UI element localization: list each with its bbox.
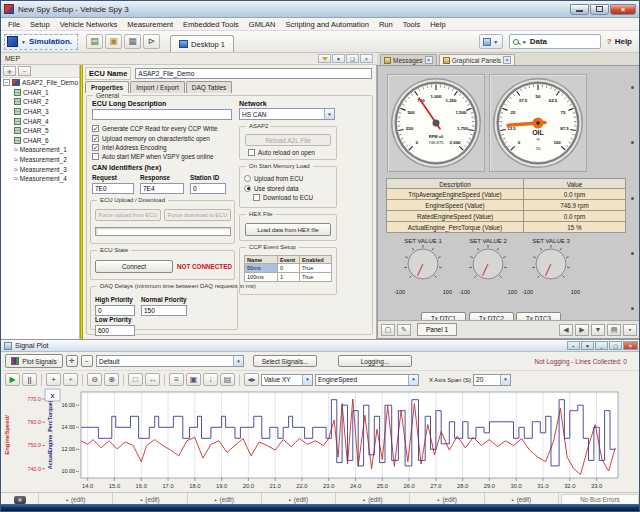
select-region-button[interactable]: □ (128, 373, 143, 386)
tree-item-char-4[interactable]: CHAR_4 (1, 116, 79, 126)
menu-item-tools[interactable]: Tools (398, 20, 426, 29)
ccp-row-100ms[interactable]: 100ms1True (244, 273, 332, 282)
tree-item-measurement-1[interactable]: ≈Measurement_1 (1, 145, 79, 155)
station-id-input[interactable]: 0 (190, 183, 226, 194)
panels-grid-button[interactable]: ▦ (124, 34, 141, 49)
menu-item-run[interactable]: Run (374, 20, 398, 29)
tree-item-char-3[interactable]: CHAR_3 (1, 107, 79, 117)
ecu-name-input[interactable]: ASAP2_File_Demo (135, 68, 372, 79)
add-preset-button[interactable]: ✛ (66, 355, 78, 367)
tab-messages[interactable]: Messages× (380, 54, 437, 65)
logging-button[interactable]: Logging... (338, 355, 412, 367)
tab-graphical-panels[interactable]: Graphical Panels× (439, 54, 516, 65)
simulation-mode-button[interactable]: ▼ Simulation. (4, 34, 78, 50)
sp-maximize-button[interactable]: ▢ (609, 341, 622, 350)
menu-item-embedded-tools[interactable]: Embedded Tools (178, 20, 244, 29)
high-priority-input[interactable]: 0 (95, 305, 135, 316)
zoom-out-button[interactable]: ⊖ (87, 373, 102, 386)
reload-a2l-button[interactable]: Reload A2L File (245, 134, 331, 146)
copy-button[interactable]: ▣ (186, 373, 201, 386)
tree-item-char-1[interactable]: CHAR_1 (1, 88, 79, 98)
print-button[interactable]: ▤ (220, 373, 235, 386)
help-button[interactable]: ? Help (607, 37, 632, 46)
function-blocks-button[interactable]: ▣ (105, 34, 122, 49)
request-input[interactable]: 7E0 (92, 183, 134, 194)
panel-edit-button[interactable]: ✎ (397, 324, 411, 336)
menu-item-measurement[interactable]: Measurement (122, 20, 178, 29)
signal-select[interactable]: EngineSpeed▼ (315, 374, 419, 386)
low-priority-input[interactable]: 600 (95, 325, 135, 336)
connect-button[interactable]: Connect (95, 260, 173, 273)
force-download-button[interactable]: Force download to ECU (164, 209, 231, 221)
tree-collapse-button[interactable]: − (18, 66, 31, 76)
next-panel-button[interactable]: ▶ (575, 324, 589, 336)
load-hex-button[interactable]: Load data from HEX file (245, 223, 331, 236)
maximize-button[interactable] (590, 4, 609, 15)
tree-item-measurement-4[interactable]: ≈Measurement_4 (1, 174, 79, 184)
preset-select[interactable]: Default ▼ (96, 355, 244, 367)
select-signals-button[interactable]: Select Signals... (253, 355, 317, 367)
filter-dropdown-button[interactable]: ▼ (332, 54, 345, 63)
close-panel-button[interactable]: × (360, 54, 373, 63)
menu-item-vehicle-networks[interactable]: Vehicle Networks (55, 20, 123, 29)
panels-dropdown-button[interactable]: ▼ (479, 34, 503, 49)
save-button[interactable]: ↓ (203, 373, 218, 386)
tree-expand-button[interactable]: ✛ (3, 66, 16, 76)
checkbox-intel-address-encoding[interactable]: ✓Intel Address Encoding (92, 143, 237, 152)
sp-dropdown-button[interactable]: ▼ (581, 341, 594, 350)
menu-item-gmlan[interactable]: GMLAN (244, 20, 281, 29)
print-panel-button[interactable]: ▤ (607, 324, 621, 336)
fit-x-button[interactable]: ↔ (145, 373, 160, 386)
menu-item-setup[interactable]: Setup (25, 20, 55, 29)
float-panel-button[interactable]: ❏ (346, 54, 359, 63)
tree-item-asap2-file-demo[interactable]: −ASAP2_File_Demo (1, 78, 79, 88)
option-download-to-ecu[interactable]: Download to ECU (244, 193, 313, 202)
remove-preset-button[interactable]: − (81, 355, 93, 367)
tab-import-export[interactable]: Import / Export (130, 81, 185, 93)
close-button[interactable]: × (610, 4, 636, 15)
force-upload-button[interactable]: Force upload from ECU (95, 209, 161, 221)
close-tab-icon[interactable]: × (425, 56, 433, 64)
tab-daq-tables[interactable]: DAQ Tables (186, 81, 233, 93)
tree-item-char-6[interactable]: CHAR_6 (1, 136, 79, 146)
zoom-in-button[interactable]: ⊕ (104, 373, 119, 386)
sp-pin-button[interactable]: ▪ (567, 341, 580, 350)
tab-panel-1[interactable]: Panel 1 (417, 323, 457, 336)
play-button[interactable]: ▶ (5, 373, 20, 386)
auto-reload-checkbox[interactable]: Auto reload on open (248, 148, 315, 157)
track-cursor-button[interactable]: + (63, 373, 78, 386)
panel-list-button[interactable]: ▢ (381, 324, 395, 336)
sp-minimize-button[interactable]: _ (595, 341, 608, 350)
sp-close-button[interactable]: × (623, 341, 638, 350)
long-desc-input[interactable] (92, 109, 232, 120)
knob-set-value-2[interactable]: SET VALUE 2-100100 (455, 238, 521, 295)
data-search-box[interactable]: ▼ Data (509, 34, 601, 49)
knob-set-value-1[interactable]: SET VALUE 1-100100 (390, 238, 456, 295)
option-use-stored-data[interactable]: Use stored data (244, 183, 313, 192)
ccp-row-50ms[interactable]: 50ms0True (244, 264, 332, 273)
tab-desktop-1[interactable]: Desktop 1 (170, 35, 234, 52)
normal-priority-input[interactable]: 150 (141, 305, 187, 316)
option-upload-from-ecu[interactable]: Upload from ECU (244, 174, 313, 183)
tree-item-char-2[interactable]: CHAR_2 (1, 97, 79, 107)
page-arrows-button[interactable]: ◂▸ (244, 373, 259, 386)
network-select[interactable]: HS CAN ▼ (239, 108, 335, 120)
knob-set-value-3[interactable]: SET VALUE 3-100100 (518, 238, 584, 295)
lock-panel-button[interactable]: ▪ (623, 324, 637, 336)
properties-button[interactable]: ≡ (169, 373, 184, 386)
prev-panel-button[interactable]: ◀ (559, 324, 573, 336)
tree-item-measurement-2[interactable]: ≈Measurement_2 (1, 155, 79, 165)
response-input[interactable]: 7E4 (140, 183, 184, 194)
close-tab-icon[interactable]: × (503, 56, 511, 64)
save-panel-button[interactable]: ▼ (591, 324, 605, 336)
checkbox-auto-start-mep-when-vspy-goes-[interactable]: Auto start MEP when VSPY goes online (92, 152, 237, 161)
menu-item-file[interactable]: File (3, 20, 25, 29)
checkbox-generate-ccp-read-for-every-cc[interactable]: ✓Generate CCP Read for every CCP Write (92, 124, 237, 133)
menu-item-scripting-and-automation[interactable]: Scripting and Automation (281, 20, 374, 29)
plot-signals-button[interactable]: Plot Signals (5, 354, 63, 368)
tree-item-measurement-3[interactable]: ≈Measurement_3 (1, 164, 79, 174)
menu-item-help[interactable]: Help (425, 20, 450, 29)
plot-area[interactable]: 14.015.016.017.018.019.020.021.022.023.0… (1, 388, 640, 492)
value-mode-select[interactable]: Value XY▼ (261, 374, 313, 386)
pause-button[interactable]: || (22, 373, 37, 386)
